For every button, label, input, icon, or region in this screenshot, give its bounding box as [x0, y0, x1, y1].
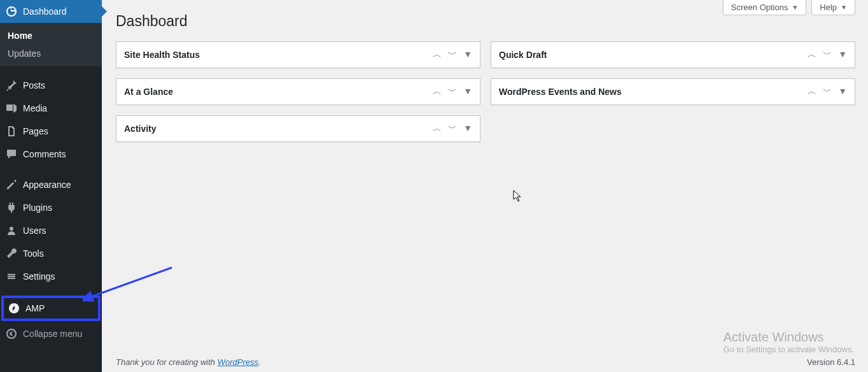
postbox-header: WordPress Events and News ︿ ﹀ ▼ — [491, 79, 855, 104]
toggle-icon[interactable]: ▼ — [838, 49, 847, 61]
move-down-icon[interactable]: ﹀ — [448, 123, 457, 134]
column-right: Quick Draft ︿ ﹀ ▼ WordPress Events and N… — [491, 41, 855, 142]
toggle-icon[interactable]: ▼ — [463, 49, 472, 61]
move-down-icon[interactable]: ﹀ — [823, 86, 832, 97]
watermark-title: Activate Windows — [724, 330, 854, 345]
chevron-down-icon: ▼ — [841, 4, 847, 11]
postbox-quick-draft: Quick Draft ︿ ﹀ ▼ — [491, 41, 855, 68]
watermark-sub: Go to Settings to activate Windows. — [724, 345, 854, 354]
menu-label: Comments — [23, 149, 66, 159]
menu-item-dashboard[interactable]: Dashboard — [0, 0, 102, 23]
screen-options-label: Screen Options — [731, 3, 788, 12]
move-down-icon[interactable]: ﹀ — [823, 49, 832, 61]
menu-label: AMP — [25, 303, 45, 313]
menu-item-media[interactable]: Media — [0, 97, 102, 120]
menu-label: Posts — [23, 80, 45, 90]
appearance-icon — [5, 178, 18, 191]
toggle-icon[interactable]: ▼ — [463, 86, 472, 97]
menu-label: Media — [23, 103, 47, 113]
move-down-icon[interactable]: ﹀ — [448, 86, 457, 97]
pin-icon — [5, 79, 18, 92]
users-icon — [5, 224, 18, 237]
menu-label: Dashboard — [23, 6, 67, 17]
comments-icon — [5, 148, 18, 161]
chevron-down-icon: ▼ — [792, 4, 798, 11]
submenu-updates[interactable]: Updates — [0, 45, 102, 62]
postbox-title: At a Glance — [124, 87, 173, 97]
move-up-icon[interactable]: ︿ — [808, 49, 816, 61]
postbox-title: WordPress Events and News — [499, 87, 622, 97]
dashboard-submenu: Home Updates — [0, 23, 102, 66]
pages-icon — [5, 125, 18, 138]
postbox-header: At a Glance ︿ ﹀ ▼ — [116, 79, 480, 104]
dashboard-icon — [5, 5, 18, 18]
footer-suffix: . — [258, 357, 261, 367]
move-up-icon[interactable]: ︿ — [433, 49, 442, 61]
toggle-icon[interactable]: ▼ — [838, 86, 847, 97]
menu-label: Pages — [23, 126, 48, 136]
menu-item-settings[interactable]: Settings — [0, 265, 102, 288]
menu-label: Tools — [23, 248, 44, 259]
postbox-handle-actions: ︿ ﹀ ▼ — [433, 86, 472, 97]
settings-icon — [5, 270, 18, 283]
footer-wordpress-link[interactable]: WordPress — [218, 357, 258, 367]
postbox-activity: Activity ︿ ﹀ ▼ — [116, 115, 480, 142]
footer-version: Version 6.4.1 — [807, 357, 855, 367]
help-button[interactable]: Help ▼ — [811, 0, 855, 15]
menu-label: Collapse menu — [23, 329, 82, 339]
menu-label: Appearance — [23, 180, 71, 190]
admin-sidebar: Dashboard Home Updates Posts Media Pages — [0, 0, 102, 372]
plugins-icon — [5, 201, 18, 214]
move-up-icon[interactable]: ︿ — [433, 123, 442, 134]
main-content: Screen Options ▼ Help ▼ Dashboard Site H… — [102, 0, 868, 372]
svg-point-1 — [7, 329, 16, 338]
postbox-header: Quick Draft ︿ ﹀ ▼ — [491, 42, 855, 68]
footer-prefix: Thank you for creating with — [116, 357, 218, 367]
postbox-handle-actions: ︿ ﹀ ▼ — [433, 49, 472, 61]
menu-item-appearance[interactable]: Appearance — [0, 173, 102, 196]
menu-item-posts[interactable]: Posts — [0, 74, 102, 97]
help-label: Help — [820, 3, 837, 12]
postbox-events-news: WordPress Events and News ︿ ﹀ ▼ — [491, 78, 855, 105]
move-down-icon[interactable]: ﹀ — [448, 49, 457, 61]
menu-item-comments[interactable]: Comments — [0, 143, 102, 166]
move-up-icon[interactable]: ︿ — [433, 86, 442, 97]
menu-label: Users — [23, 225, 46, 236]
admin-footer: Thank you for creating with WordPress. V… — [116, 357, 855, 367]
menu-label: Settings — [23, 271, 55, 282]
collapse-icon — [5, 327, 18, 340]
postbox-header: Activity ︿ ﹀ ▼ — [116, 116, 480, 141]
postbox-title: Quick Draft — [499, 50, 547, 60]
screen-meta-links: Screen Options ▼ Help ▼ — [723, 0, 855, 15]
windows-watermark: Activate Windows Go to Settings to activ… — [724, 330, 854, 354]
screen-options-button[interactable]: Screen Options ▼ — [723, 0, 807, 15]
footer-thanks: Thank you for creating with WordPress. — [116, 357, 261, 367]
tools-icon — [5, 247, 18, 260]
menu-item-users[interactable]: Users — [0, 219, 102, 242]
menu-item-tools[interactable]: Tools — [0, 242, 102, 265]
collapse-menu[interactable]: Collapse menu — [0, 322, 102, 345]
postbox-header: Site Health Status ︿ ﹀ ▼ — [116, 42, 480, 68]
menu-label: Plugins — [23, 203, 52, 213]
toggle-icon[interactable]: ▼ — [463, 123, 472, 134]
postbox-site-health: Site Health Status ︿ ﹀ ▼ — [116, 41, 480, 68]
postbox-handle-actions: ︿ ﹀ ▼ — [808, 86, 847, 97]
media-icon — [5, 102, 18, 115]
dashboard-widgets: Site Health Status ︿ ﹀ ▼ At a Glance ︿ — [116, 41, 855, 142]
submenu-home[interactable]: Home — [0, 27, 102, 45]
postbox-title: Site Health Status — [124, 50, 200, 60]
move-up-icon[interactable]: ︿ — [808, 86, 816, 97]
postbox-handle-actions: ︿ ﹀ ▼ — [433, 123, 472, 134]
postbox-title: Activity — [124, 124, 157, 134]
menu-item-pages[interactable]: Pages — [0, 120, 102, 143]
column-left: Site Health Status ︿ ﹀ ▼ At a Glance ︿ — [116, 41, 480, 142]
postbox-handle-actions: ︿ ﹀ ▼ — [808, 49, 847, 61]
menu-item-plugins[interactable]: Plugins — [0, 196, 102, 219]
amp-icon — [8, 302, 20, 315]
postbox-at-a-glance: At a Glance ︿ ﹀ ▼ — [116, 78, 480, 105]
svg-line-2 — [89, 268, 172, 297]
menu-item-amp[interactable]: AMP — [1, 296, 101, 321]
cursor-icon — [513, 190, 523, 203]
